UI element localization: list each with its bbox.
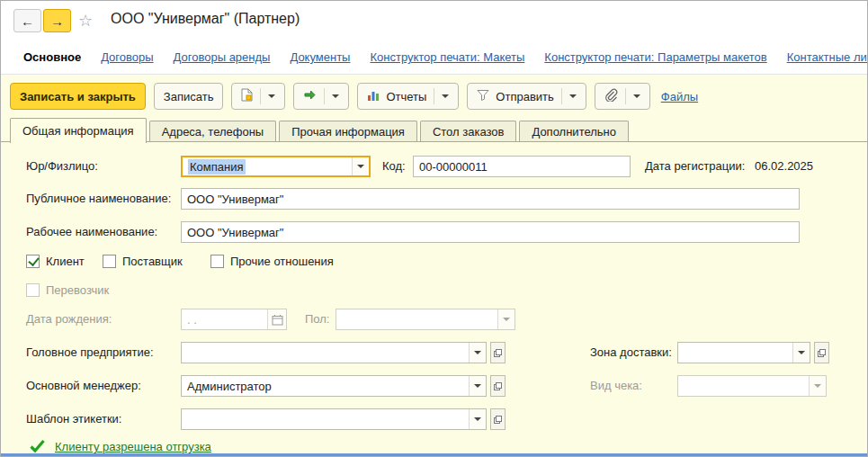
gender-label: Пол: [305, 309, 330, 330]
general-info-panel: Юр/Физлицо: Компания Код: 00-00000011 Да… [1, 141, 867, 453]
delivery-zone-dropdown-button[interactable] [792, 343, 810, 363]
paperclip-icon [604, 88, 618, 104]
attachments-button[interactable] [595, 83, 650, 110]
label-template-label: Шаблон этикетки: [26, 408, 121, 430]
forward-arrow-icon: → [50, 13, 64, 29]
tab-other-info[interactable]: Прочая информация [279, 121, 417, 142]
label-template-dropdown-button[interactable] [469, 409, 486, 429]
page-title: ООО "Универмаг" (Партнер) [111, 11, 300, 27]
forward-button[interactable]: → [43, 9, 71, 32]
nav-link-documents[interactable]: Документы [290, 50, 350, 64]
gender-dropdown-button [497, 309, 515, 329]
main-manager-combobox[interactable]: Администратор [181, 375, 487, 397]
chevron-down-icon[interactable] [633, 94, 640, 98]
chevron-down-icon[interactable] [569, 94, 577, 98]
nav-link-contracts[interactable]: Договоры [101, 50, 153, 64]
nav-link-main[interactable]: Основное [23, 50, 81, 64]
save-button[interactable]: Записать [154, 83, 224, 110]
working-name-input[interactable]: ООО "Универмаг" [181, 221, 800, 243]
chevron-down-icon [814, 384, 821, 388]
send-button[interactable]: Отправить [467, 83, 586, 110]
partner-card-window: ← → ☆ ООО "Универмаг" (Партнер) Основное… [0, 0, 868, 457]
tab-additional[interactable]: Дополнительно [519, 121, 629, 142]
chevron-down-icon[interactable] [268, 94, 275, 98]
client-checkbox-label: Клиент [46, 255, 85, 268]
title-bar: ← → ☆ ООО "Универмаг" (Партнер) [1, 1, 867, 40]
button-divider [625, 88, 626, 104]
public-name-value: ООО "Универмаг" [182, 189, 799, 209]
delivery-zone-open-button[interactable] [814, 342, 829, 363]
back-button[interactable]: ← [13, 9, 41, 32]
chevron-down-icon [474, 351, 481, 354]
reports-button[interactable]: Отчеты [357, 83, 459, 110]
save-label: Записать [164, 90, 214, 103]
supplier-checkbox-group[interactable]: Поставщик [103, 254, 183, 268]
code-value: 00-00000011 [414, 157, 630, 176]
save-and-close-button[interactable]: Записать и закрыть [10, 83, 146, 110]
chevron-down-icon [474, 384, 481, 388]
tab-addresses-phones[interactable]: Адреса, телефоны [149, 121, 277, 142]
gender-combobox [336, 309, 515, 330]
tab-order-desk[interactable]: Стол заказов [420, 121, 517, 142]
receipt-type-dropdown-button [809, 376, 826, 396]
delivery-zone-label: Зона доставки: [590, 342, 672, 363]
head-company-open-button[interactable] [490, 342, 506, 363]
chevron-down-icon [503, 318, 510, 321]
main-manager-label: Основной менеджер: [26, 375, 141, 397]
code-input[interactable]: 00-00000011 [413, 156, 631, 177]
label-template-combobox[interactable] [181, 408, 487, 430]
head-company-label: Головное предприятие: [26, 342, 154, 363]
green-arrow-icon [303, 89, 317, 104]
chevron-down-icon[interactable] [442, 94, 449, 98]
tab-strip: Общая информация Адреса, телефоны Прочая… [1, 118, 867, 142]
client-checkbox[interactable] [26, 255, 40, 268]
exchange-button[interactable] [293, 83, 349, 110]
form-body: Записать и закрыть Записать [1, 75, 867, 456]
button-divider [260, 88, 261, 104]
create-based-on-button[interactable] [231, 83, 285, 110]
main-manager-open-button[interactable] [490, 375, 506, 397]
favorites-star-icon[interactable]: ☆ [78, 11, 93, 31]
chevron-down-icon[interactable] [332, 94, 339, 98]
carrier-checkbox-group: Перевозчик [26, 282, 109, 297]
other-relations-checkbox[interactable] [210, 255, 224, 268]
carrier-checkbox-label: Перевозчик [46, 283, 109, 297]
client-checkbox-group[interactable]: Клиент [26, 254, 85, 268]
window-bottom-edge [1, 453, 867, 456]
supplier-checkbox[interactable] [103, 255, 116, 268]
supplier-checkbox-label: Поставщик [122, 255, 183, 268]
entity-type-dropdown-button[interactable] [352, 157, 369, 175]
shipment-allowed-link[interactable]: Клиенту разрешена отгрузка [55, 440, 211, 453]
label-template-open-button[interactable] [490, 408, 506, 430]
head-company-combobox[interactable] [181, 342, 487, 363]
button-divider [561, 88, 562, 104]
public-name-input[interactable]: ООО "Универмаг" [181, 188, 800, 210]
main-manager-dropdown-button[interactable] [469, 376, 486, 396]
nav-link-contact-persons[interactable]: Контактные лица [787, 50, 868, 64]
nav-link-print-layouts[interactable]: Конструктор печати: Макеты [370, 50, 524, 64]
entity-type-value: Компания [188, 159, 246, 175]
calendar-icon [267, 309, 286, 329]
registration-date-value: 06.02.2025 [755, 156, 813, 177]
files-link[interactable]: Файлы [661, 90, 698, 103]
label-template-value [182, 409, 469, 429]
birth-date-input: . . [181, 309, 287, 330]
other-relations-checkbox-label: Прочие отношения [230, 255, 334, 268]
section-nav: Основное Договоры Договоры аренды Докуме… [1, 40, 867, 75]
working-name-value: ООО "Универмаг" [182, 222, 799, 242]
save-and-close-label: Записать и закрыть [20, 90, 136, 103]
head-company-dropdown-button[interactable] [469, 343, 486, 363]
chevron-down-icon [474, 417, 481, 421]
receipt-type-value [678, 376, 809, 396]
nav-link-rent-contracts[interactable]: Договоры аренды [174, 50, 271, 64]
delivery-zone-combobox[interactable] [677, 342, 810, 363]
other-relations-checkbox-group[interactable]: Прочие отношения [210, 254, 334, 268]
document-plus-icon [241, 88, 253, 104]
report-chart-icon [367, 89, 380, 104]
back-arrow-icon: ← [21, 13, 34, 29]
entity-type-combobox[interactable]: Компания [181, 156, 371, 177]
head-company-value [182, 343, 469, 363]
delivery-zone-value [678, 343, 792, 363]
tab-general-info[interactable]: Общая информация [10, 118, 147, 143]
nav-link-print-layout-params[interactable]: Конструктор печати: Параметры макетов [544, 50, 766, 64]
